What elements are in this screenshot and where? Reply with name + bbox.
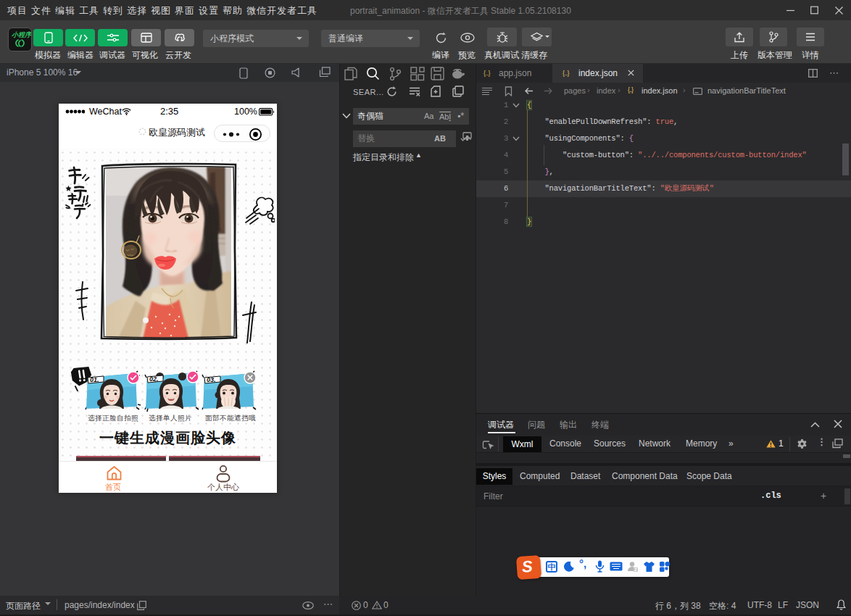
svg-text:01.: 01. (90, 376, 99, 383)
svg-text:02.: 02. (149, 375, 159, 383)
svg-text:03.: 03. (207, 376, 216, 383)
